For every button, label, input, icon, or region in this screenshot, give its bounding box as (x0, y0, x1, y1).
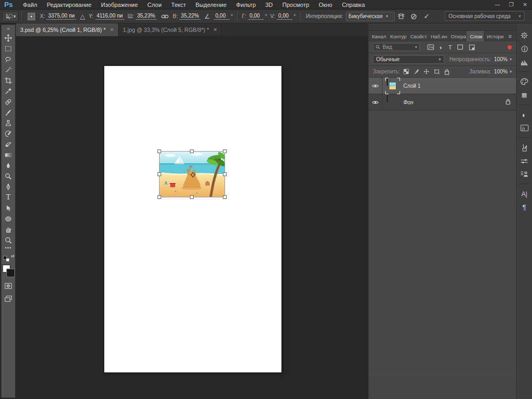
lock-position-icon[interactable] (423, 69, 429, 74)
eyedropper-tool[interactable] (2, 86, 15, 96)
screen-mode-button[interactable] (2, 293, 15, 304)
tab-close-icon[interactable]: ✕ (213, 27, 218, 32)
menu-window[interactable]: Окно (314, 2, 337, 8)
menu-select[interactable]: Выделение (191, 2, 231, 8)
path-selection-tool[interactable] (2, 203, 15, 213)
document-tab-3psd[interactable]: 3.psd @ 6,25% (Слой 1, RGB/8) * ✕ (16, 23, 119, 36)
transform-handle[interactable] (223, 149, 227, 153)
history-brush-tool[interactable] (2, 128, 15, 139)
fill-value[interactable]: 100% (494, 69, 508, 74)
smart-object-filter-icon[interactable] (469, 44, 475, 51)
eraser-tool[interactable] (2, 139, 15, 149)
interpolation-dropdown[interactable]: Бикубическая ▾ (346, 12, 395, 21)
relative-position-delta-icon[interactable]: △ (80, 13, 85, 20)
swap-colors-icon[interactable]: ⇄ (11, 254, 15, 259)
brush-tool[interactable] (2, 107, 15, 118)
tab-layers[interactable]: Слои (467, 31, 483, 41)
visibility-toggle[interactable] (369, 94, 383, 110)
background-color-swatch[interactable] (6, 269, 15, 277)
warp-mode-toggle-icon[interactable] (395, 11, 408, 22)
tab-notes[interactable]: Наб.ин (428, 31, 448, 41)
rotation-field[interactable]: 0,00 ° (214, 13, 233, 20)
menu-3d[interactable]: 3D (261, 2, 278, 8)
color-panel-icon[interactable] (517, 75, 532, 88)
transform-handle[interactable] (157, 195, 161, 199)
zoom-tool[interactable] (2, 235, 15, 245)
styles-panel-icon[interactable]: fx (517, 121, 532, 135)
tab-close-icon[interactable]: ✕ (110, 27, 114, 32)
transform-handle[interactable] (157, 149, 161, 153)
layer-thumbnail[interactable] (387, 79, 398, 93)
gradient-tool[interactable] (2, 149, 15, 160)
transform-handle[interactable] (190, 195, 194, 199)
opacity-value[interactable]: 100% (494, 56, 508, 62)
lasso-tool[interactable] (2, 54, 15, 64)
clone-stamp-tool[interactable] (2, 118, 15, 128)
transform-handle[interactable] (190, 149, 194, 153)
info-panel-icon[interactable] (517, 42, 532, 55)
document-tab-1jpg[interactable]: 1.jpg @ 33,3% (Слой 5, RGB/8*) * ✕ (119, 23, 222, 36)
paragraph-panel-icon[interactable]: ¶ (517, 201, 532, 214)
pixel-layer-filter-icon[interactable] (427, 44, 434, 50)
layer-row-background[interactable]: Фон (369, 94, 516, 111)
clone-source-panel-icon[interactable] (517, 168, 532, 181)
default-colors-button[interactable]: ⇄ (3, 255, 14, 262)
blur-tool[interactable] (2, 160, 15, 171)
adjustment-layer-filter-icon[interactable]: ◐ (439, 44, 443, 51)
dodge-tool[interactable] (2, 171, 15, 181)
horizontal-skew-field[interactable]: Г: 0,00 ° (242, 13, 267, 20)
pen-tool[interactable] (2, 181, 15, 192)
swatches-panel-icon[interactable]: ▦ (517, 88, 532, 102)
brushes-panel-icon[interactable] (517, 141, 532, 154)
tab-history[interactable]: Истори (484, 31, 504, 41)
rectangular-marquee-tool[interactable] (2, 43, 15, 54)
transform-layer-image[interactable] (160, 152, 225, 197)
hand-tool[interactable] (2, 224, 15, 235)
layer-row-layer1[interactable]: Слой 1 (369, 78, 516, 94)
chevron-down-icon[interactable]: ▾ (510, 69, 512, 74)
lock-transparent-pixels-icon[interactable] (403, 69, 409, 74)
type-layer-filter-icon[interactable]: T (448, 44, 452, 51)
tab-actions[interactable]: Опера (448, 31, 467, 41)
photoshop-logo[interactable]: Ps (0, 1, 18, 9)
transform-handle[interactable] (157, 172, 161, 176)
canvas-area[interactable] (16, 36, 368, 399)
reference-point-locator[interactable] (28, 13, 35, 20)
move-tool[interactable] (2, 32, 15, 43)
link-dimensions-icon[interactable] (159, 11, 171, 22)
restore-button[interactable]: ❐ (504, 2, 518, 7)
collapse-toolbar-button[interactable]: » (7, 25, 10, 32)
transform-handle[interactable] (223, 195, 227, 199)
histogram-panel-icon[interactable] (517, 55, 532, 69)
lock-image-pixels-icon[interactable] (413, 69, 419, 74)
y-position-field[interactable]: Y: 4116,00 пи (89, 13, 124, 20)
layer-name[interactable]: Фон (403, 99, 413, 105)
menu-help[interactable]: Справка (337, 2, 370, 8)
menu-file[interactable]: Файл (18, 2, 42, 8)
menu-filter[interactable]: Фильтр (231, 2, 261, 8)
quick-selection-tool[interactable] (2, 64, 15, 75)
filter-toggle-switch[interactable] (508, 45, 512, 49)
brush-settings-panel-icon[interactable] (517, 154, 532, 168)
tab-paths[interactable]: Контур (387, 31, 408, 41)
character-panel-icon[interactable]: A| (517, 187, 532, 201)
menu-edit[interactable]: Редактирование (42, 2, 96, 8)
navigator-panel-icon[interactable] (517, 29, 532, 42)
quick-mask-button[interactable] (2, 280, 15, 291)
menu-type[interactable]: Текст (167, 2, 191, 8)
transform-reference-point[interactable] (190, 172, 195, 177)
chevron-down-icon[interactable]: ▾ (510, 57, 512, 62)
adjustments-panel-icon[interactable]: ◐ (517, 108, 532, 121)
menu-view[interactable]: Просмотр (278, 2, 314, 8)
width-scale-field[interactable]: Ш: 35,23% (128, 13, 157, 20)
menu-image[interactable]: Изображение (96, 2, 143, 8)
blend-mode-dropdown[interactable]: Обычные ▾ (373, 55, 444, 64)
type-tool[interactable]: T (2, 192, 15, 203)
cancel-transform-icon[interactable]: ⊘ (408, 11, 420, 22)
commit-transform-icon[interactable]: ✓ (420, 11, 433, 22)
vertical-skew-field[interactable]: V: 0,00 ° (270, 13, 296, 20)
transform-handle[interactable] (223, 172, 227, 176)
menu-layers[interactable]: Слои (143, 2, 167, 8)
tab-properties[interactable]: Свойст (407, 31, 427, 41)
shape-layer-filter-icon[interactable] (457, 44, 463, 50)
